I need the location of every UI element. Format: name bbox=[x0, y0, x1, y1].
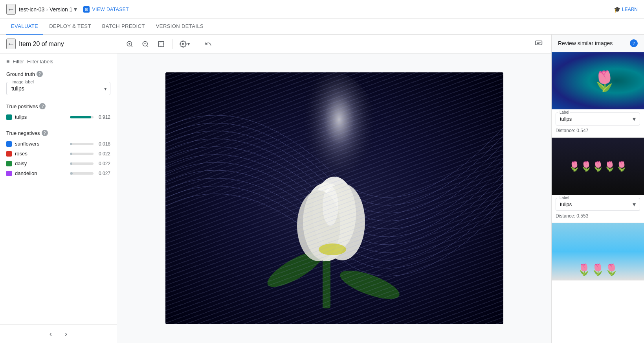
undo-button[interactable] bbox=[202, 38, 215, 50]
left-sidebar: ← Item 20 of many ≡ Filter Filter labels… bbox=[0, 35, 117, 343]
svg-point-22 bbox=[319, 243, 346, 255]
tn-roses-item: roses 0.022 bbox=[6, 151, 110, 157]
card-2-label-field: Label tulips ▾ bbox=[556, 198, 640, 211]
tn-sunflowers-value: 0.018 bbox=[97, 141, 110, 147]
svg-point-17 bbox=[303, 183, 350, 261]
similar-image-3[interactable] bbox=[552, 223, 644, 280]
tn-dandelion-bar bbox=[70, 172, 73, 175]
filter-row: ≡ Filter Filter labels bbox=[6, 58, 110, 65]
tn-sunflowers-bar-container bbox=[70, 143, 94, 145]
card-2-label-legend: Label bbox=[558, 195, 570, 200]
toolbar-separator-1 bbox=[172, 39, 172, 49]
right-panel-title: Review similar images bbox=[558, 40, 613, 46]
ground-truth-help-icon[interactable]: ? bbox=[37, 71, 43, 77]
filter-icon: ≡ bbox=[6, 58, 9, 65]
tn-daisy-item: daisy 0.022 bbox=[6, 160, 110, 166]
image-label-value: tulips bbox=[11, 85, 24, 92]
tp-tulips-label: tulips bbox=[15, 114, 67, 120]
tn-daisy-label: daisy bbox=[15, 160, 67, 166]
learn-button[interactable]: 🎓 LEARN bbox=[614, 6, 638, 13]
svg-point-16 bbox=[337, 265, 402, 305]
tn-roses-label: roses bbox=[15, 151, 67, 157]
top-bar: ← test-icn-03 › Version 1 ▾ VIEW DATASET… bbox=[0, 0, 644, 19]
item-title: Item 20 of many bbox=[19, 41, 64, 48]
tn-dandelion-item: dandelion 0.027 bbox=[6, 170, 110, 176]
learn-icon: 🎓 bbox=[614, 6, 620, 13]
fit-frame-button[interactable] bbox=[155, 38, 167, 50]
card-1-label-row: tulips ▾ bbox=[560, 115, 636, 123]
project-name: test-icn-03 bbox=[19, 6, 44, 13]
tn-daisy-bar-container bbox=[70, 162, 94, 165]
card-1-label-field: Label tulips ▾ bbox=[556, 112, 640, 125]
tab-version-details[interactable]: VERSION DETAILS bbox=[151, 19, 208, 35]
card-2-label-value: tulips bbox=[560, 201, 572, 207]
zoom-out-button[interactable] bbox=[139, 38, 152, 50]
svg-point-8 bbox=[182, 43, 184, 45]
view-dataset-button[interactable]: VIEW DATASET bbox=[83, 6, 129, 13]
back-item-button[interactable]: ← bbox=[6, 39, 16, 49]
breadcrumb: test-icn-03 › Version 1 ▾ bbox=[19, 6, 77, 13]
tp-tulips-value: 0.912 bbox=[97, 114, 110, 120]
tn-roses-value: 0.022 bbox=[97, 151, 110, 157]
tp-tulips-item: tulips 0.912 bbox=[6, 114, 110, 120]
card-2-distance: Distance: 0.553 bbox=[552, 212, 644, 223]
card-1-distance: Distance: 0.547 bbox=[552, 127, 644, 137]
similar-image-2[interactable] bbox=[552, 138, 644, 195]
card-1-dropdown-icon[interactable]: ▾ bbox=[633, 115, 636, 123]
card-1-label-legend: Label bbox=[558, 110, 570, 114]
svg-point-15 bbox=[263, 245, 327, 293]
tp-tulips-bar-container bbox=[70, 116, 94, 118]
tab-evaluate[interactable]: EVALUATE bbox=[6, 19, 43, 35]
nav-bottom: ‹ › bbox=[0, 324, 117, 343]
image-toolbar: ▾ bbox=[117, 35, 551, 53]
right-panel: Review similar images ? Label tulips ▾ D… bbox=[551, 35, 644, 343]
svg-rect-12 bbox=[165, 72, 503, 324]
similar-image-1[interactable] bbox=[552, 52, 644, 109]
svg-point-13 bbox=[287, 72, 382, 230]
zoom-in-button[interactable] bbox=[123, 38, 136, 50]
version-label: Version 1 bbox=[50, 6, 72, 13]
sidebar-content: ≡ Filter Filter labels Ground truth ? Im… bbox=[0, 53, 117, 324]
true-negatives-help-icon[interactable]: ? bbox=[42, 130, 48, 136]
center-content: ▾ bbox=[117, 35, 551, 343]
tn-roses-bar bbox=[70, 153, 72, 155]
sidebar-header: ← Item 20 of many bbox=[0, 35, 117, 53]
tn-daisy-value: 0.022 bbox=[97, 161, 110, 166]
card-1-label-value: tulips bbox=[560, 116, 572, 122]
svg-rect-9 bbox=[536, 41, 542, 45]
true-positives-help-icon[interactable]: ? bbox=[39, 103, 46, 109]
section-divider bbox=[6, 125, 110, 125]
filter-labels-link[interactable]: Filter labels bbox=[27, 59, 53, 65]
tn-dandelion-label: dandelion bbox=[15, 170, 67, 176]
tn-roses-color bbox=[6, 151, 12, 157]
similar-image-card-3 bbox=[552, 223, 644, 280]
version-dropdown-icon[interactable]: ▾ bbox=[74, 6, 77, 13]
image-label-dropdown-icon[interactable]: ▾ bbox=[104, 86, 107, 92]
settings-button[interactable]: ▾ bbox=[177, 39, 192, 49]
ground-truth-title: Ground truth ? bbox=[6, 71, 110, 77]
tn-dandelion-color bbox=[6, 171, 12, 176]
similar-image-card-1: Label tulips ▾ Distance: 0.547 bbox=[552, 52, 644, 138]
prev-item-button[interactable]: ‹ bbox=[50, 329, 52, 338]
image-label-legend: Image label bbox=[10, 79, 35, 84]
tn-sunflowers-bar bbox=[70, 143, 72, 145]
tab-deploy-test[interactable]: DEPLOY & TEST bbox=[44, 19, 96, 35]
true-negatives-title: True negatives ? bbox=[6, 130, 110, 136]
filter-label[interactable]: Filter bbox=[13, 59, 24, 65]
tn-dandelion-bar-container bbox=[70, 172, 94, 175]
svg-point-20 bbox=[297, 190, 340, 261]
tab-batch-predict[interactable]: BATCH PREDICT bbox=[97, 19, 150, 35]
similar-image-card-2: Label tulips ▾ Distance: 0.553 bbox=[552, 138, 644, 223]
card-2-dropdown-icon[interactable]: ▾ bbox=[633, 201, 636, 208]
main-layout: ← Item 20 of many ≡ Filter Filter labels… bbox=[0, 35, 644, 343]
next-item-button[interactable]: › bbox=[65, 329, 68, 338]
right-panel-header: Review similar images ? bbox=[552, 35, 644, 52]
back-button[interactable]: ← bbox=[6, 4, 16, 15]
caption-button[interactable] bbox=[532, 38, 545, 50]
tn-daisy-bar bbox=[70, 162, 72, 165]
tn-sunflowers-label: sunflowers bbox=[15, 141, 67, 147]
tn-roses-bar-container bbox=[70, 153, 94, 155]
svg-line-5 bbox=[147, 45, 148, 46]
settings-dropdown-arrow: ▾ bbox=[187, 41, 190, 47]
right-panel-help-button[interactable]: ? bbox=[630, 39, 638, 47]
